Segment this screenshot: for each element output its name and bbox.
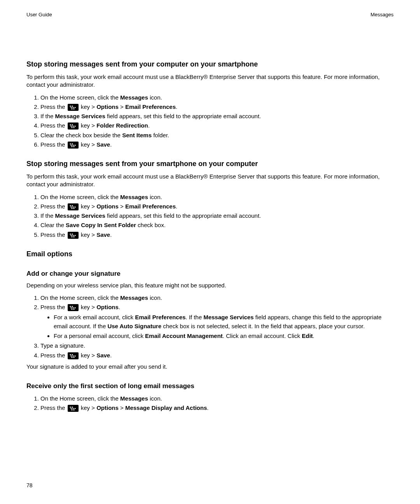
svg-point-29 — [74, 206, 75, 208]
svg-point-23 — [73, 146, 74, 147]
blackberry-menu-key-icon — [68, 142, 79, 149]
svg-point-62 — [71, 410, 72, 411]
svg-point-60 — [72, 408, 74, 409]
section2-title: Stop storing messages sent from your sma… — [26, 160, 394, 168]
section5-steps: On the Home screen, click the Messages i… — [26, 394, 394, 413]
svg-point-42 — [72, 306, 73, 307]
blackberry-menu-key-icon — [68, 352, 79, 359]
svg-point-5 — [74, 107, 75, 108]
svg-point-26 — [72, 205, 73, 206]
list-item: Clear the Save Copy In Sent Folder check… — [40, 220, 394, 229]
svg-point-63 — [73, 410, 74, 411]
svg-point-58 — [72, 407, 73, 408]
page-number: 78 — [26, 482, 33, 488]
list-item: Clear the check box beside the Sent Item… — [40, 131, 394, 140]
svg-point-46 — [71, 309, 72, 310]
list-item: Press the key > Save. — [40, 351, 394, 360]
section4-sublist: For a work email account, click Email Pr… — [40, 313, 394, 341]
svg-point-51 — [70, 355, 72, 356]
svg-point-12 — [72, 126, 74, 127]
section5-title: Receive only the first section of long e… — [26, 382, 394, 390]
svg-point-7 — [73, 108, 74, 109]
svg-point-50 — [72, 354, 73, 355]
svg-point-10 — [72, 124, 73, 126]
list-item: If the Message Services field appears, s… — [40, 112, 394, 121]
svg-point-14 — [71, 127, 72, 128]
list-item: On the Home screen, click the Messages i… — [40, 93, 394, 102]
svg-point-53 — [74, 355, 75, 356]
list-item: Press the key > Options > Email Preferen… — [40, 102, 394, 111]
list-item: Press the key > Save. — [40, 140, 394, 149]
svg-point-44 — [72, 307, 74, 308]
list-item: On the Home screen, click the Messages i… — [40, 293, 394, 302]
section3-title: Email options — [26, 250, 394, 258]
svg-point-30 — [71, 208, 72, 209]
header-right: Messages — [371, 12, 394, 18]
list-item: For a work email account, click Email Pr… — [54, 313, 394, 331]
svg-point-45 — [74, 307, 75, 308]
svg-point-27 — [70, 206, 72, 208]
blackberry-menu-key-icon — [68, 122, 79, 130]
svg-point-39 — [73, 236, 74, 237]
list-item: On the Home screen, click the Messages i… — [40, 192, 394, 201]
svg-point-55 — [73, 357, 74, 358]
svg-point-11 — [70, 126, 72, 127]
list-item: On the Home screen, click the Messages i… — [40, 394, 394, 403]
svg-point-59 — [70, 408, 72, 409]
svg-point-15 — [73, 127, 74, 128]
svg-point-49 — [70, 354, 71, 355]
svg-point-3 — [70, 107, 72, 108]
svg-point-20 — [72, 145, 74, 146]
blackberry-menu-key-icon — [68, 104, 79, 111]
blackberry-menu-key-icon — [68, 304, 79, 311]
list-item: Press the key > Folder Redirection. — [40, 121, 394, 130]
svg-point-54 — [71, 357, 72, 358]
svg-point-18 — [72, 143, 73, 144]
section1-steps: On the Home screen, click the Messages i… — [26, 93, 394, 149]
section2-steps: On the Home screen, click the Messages i… — [26, 192, 394, 239]
header-left: User Guide — [26, 12, 52, 18]
svg-point-52 — [72, 355, 74, 356]
list-item: If the Message Services field appears, s… — [40, 211, 394, 220]
svg-point-34 — [72, 233, 73, 234]
svg-point-57 — [70, 407, 71, 408]
blackberry-menu-key-icon — [68, 405, 79, 412]
svg-point-41 — [70, 306, 71, 307]
svg-point-22 — [71, 146, 72, 147]
list-item: Press the key > Options > Message Displa… — [40, 403, 394, 412]
blackberry-menu-key-icon — [68, 203, 79, 210]
svg-point-4 — [72, 107, 74, 108]
section2-intro: To perform this task, your work email ac… — [26, 173, 394, 189]
svg-point-33 — [70, 233, 71, 234]
blackberry-menu-key-icon — [68, 232, 79, 239]
svg-point-25 — [70, 205, 71, 206]
section1-intro: To perform this task, your work email ac… — [26, 73, 394, 89]
svg-point-9 — [70, 124, 71, 126]
svg-point-31 — [73, 208, 74, 209]
svg-point-1 — [70, 105, 71, 107]
section4-after: Your signature is added to your email af… — [26, 363, 394, 371]
section4-title: Add or change your signature — [26, 270, 394, 278]
svg-point-37 — [74, 234, 75, 236]
svg-point-6 — [71, 108, 72, 109]
svg-point-21 — [74, 145, 75, 146]
svg-point-2 — [72, 105, 73, 107]
list-item: Type a signature. — [40, 341, 394, 350]
svg-point-43 — [70, 307, 72, 308]
section4-steps: On the Home screen, click the Messages i… — [26, 293, 394, 360]
list-item: Press the key > Options > Email Preferen… — [40, 202, 394, 211]
svg-point-38 — [71, 236, 72, 237]
list-item: Press the key > Options. For a work emai… — [40, 303, 394, 340]
svg-point-13 — [74, 126, 75, 127]
section1-title: Stop storing messages sent from your com… — [26, 60, 394, 68]
svg-point-19 — [70, 145, 72, 146]
svg-point-36 — [72, 234, 74, 236]
list-item: For a personal email account, click Emai… — [54, 331, 394, 340]
svg-point-28 — [72, 206, 74, 208]
svg-point-35 — [70, 234, 72, 236]
svg-point-17 — [70, 143, 71, 144]
list-item: Press the key > Save. — [40, 230, 394, 239]
page-header: User Guide Messages — [26, 12, 394, 18]
section4-intro: Depending on your wireless service plan,… — [26, 282, 394, 289]
svg-point-47 — [73, 309, 74, 310]
